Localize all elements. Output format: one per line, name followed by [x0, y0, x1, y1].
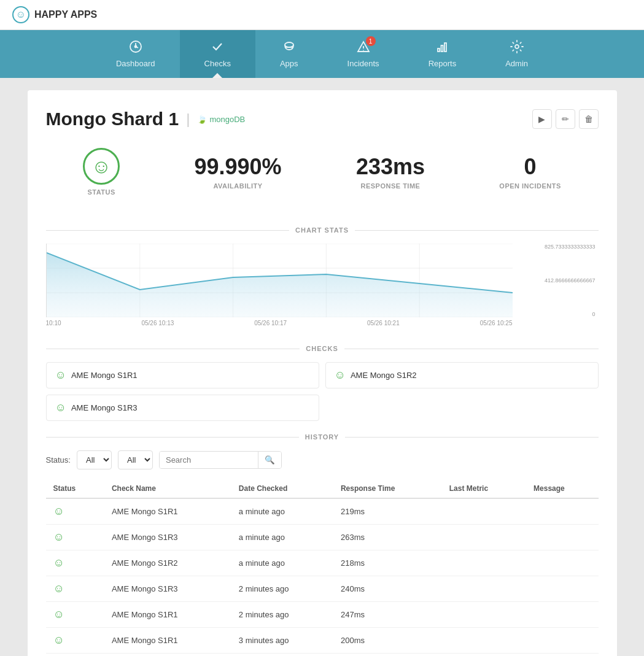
- history-line-left: [46, 437, 299, 438]
- delete-button[interactable]: 🗑: [579, 109, 599, 129]
- row-message-2: [526, 550, 598, 576]
- row-metric-2: [442, 550, 526, 576]
- stat-response-time: 233ms RESPONSE TIME: [356, 154, 425, 190]
- row-check-name-5: AME Mongo S1R1: [104, 628, 231, 654]
- row-metric-4: [442, 602, 526, 628]
- row-date-3: 2 minutes ago: [231, 576, 333, 602]
- nav-item-checks[interactable]: Checks: [180, 30, 255, 78]
- row-response-0: 219ms: [333, 498, 442, 525]
- th-date-checked: Date Checked: [231, 479, 333, 498]
- row-status-2: ☺: [46, 550, 104, 576]
- row-smiley-5: ☺: [53, 634, 64, 646]
- status-filter-label: Status:: [46, 455, 71, 465]
- th-status: Status: [46, 479, 104, 498]
- table-row: ☺ AME Mongo S1R1 2 minutes ago 247ms: [46, 602, 599, 628]
- y-label-bottom: 0: [545, 311, 596, 317]
- section-line-left: [46, 230, 290, 231]
- th-response-time: Response Time: [333, 479, 442, 498]
- section-line-right: [355, 230, 599, 231]
- y-label-mid: 412.8666666666667: [545, 277, 596, 284]
- th-last-metric: Last Metric: [442, 479, 526, 498]
- check-name-s1r2: AME Mongo S1R2: [351, 371, 417, 380]
- check-name-s1r3: AME Mongo S1R3: [71, 403, 138, 412]
- play-button[interactable]: ▶: [532, 109, 552, 129]
- chart-wrapper: 825.7333333333333 412.8666666666667 0 10…: [46, 244, 599, 326]
- row-date-0: a minute ago: [231, 498, 333, 525]
- check-smiley-s1r1: ☺: [55, 369, 66, 382]
- edit-button[interactable]: ✏: [556, 109, 575, 129]
- nav-item-reports[interactable]: Reports: [404, 30, 481, 78]
- page-title-area: Mongo Shard 1 | 🍃 mongoDB: [46, 109, 246, 129]
- row-response-5: 200ms: [333, 628, 442, 654]
- chart-section-title: CHART STATS: [295, 226, 349, 234]
- table-header-row: Status Check Name Date Checked Response …: [46, 479, 599, 498]
- x-label-0: 10:10: [46, 320, 61, 326]
- top-bar: ☺ HAPPY APPS: [0, 0, 644, 30]
- svg-rect-9: [444, 43, 446, 52]
- chart-container: CHART STATS: [46, 226, 599, 326]
- check-filter-select[interactable]: All: [118, 450, 153, 469]
- page-header: Mongo Shard 1 | 🍃 mongoDB ▶ ✏ 🗑: [46, 109, 599, 129]
- table-row: ☺ AME Mongo S1R1 a minute ago 219ms: [46, 498, 599, 525]
- stat-status: ☺ STATUS: [83, 148, 120, 196]
- x-label-4: 05/26 10:25: [480, 320, 513, 326]
- check-smiley-s1r3: ☺: [55, 401, 66, 414]
- search-input[interactable]: [160, 452, 258, 468]
- row-check-name-2: AME Mongo S1R2: [104, 550, 231, 576]
- response-time-value: 233ms: [356, 154, 425, 180]
- logo: ☺ HAPPY APPS: [12, 6, 97, 23]
- app-name: HAPPY APPS: [34, 9, 97, 20]
- row-check-name-4: AME Mongo S1R1: [104, 602, 231, 628]
- search-button[interactable]: 🔍: [258, 452, 281, 468]
- reports-icon: [435, 40, 449, 56]
- nav-label-dashboard: Dashboard: [116, 59, 155, 68]
- status-filter-select[interactable]: All: [77, 450, 112, 469]
- history-tbody: ☺ AME Mongo S1R1 a minute ago 219ms ☺ AM…: [46, 498, 599, 656]
- nav-label-incidents: Incidents: [347, 59, 379, 68]
- status-icon: ☺: [83, 148, 120, 185]
- check-item-s1r3[interactable]: ☺ AME Mongo S1R3: [46, 395, 319, 421]
- nav-item-incidents[interactable]: 1 Incidents: [323, 30, 404, 78]
- row-smiley-3: ☺: [53, 582, 64, 595]
- nav-label-reports: Reports: [429, 59, 457, 68]
- th-message: Message: [526, 479, 598, 498]
- open-incidents-label: OPEN INCIDENTS: [499, 182, 561, 190]
- history-section-title: HISTORY: [305, 433, 339, 441]
- history-section: HISTORY Status: All All 🔍 S: [46, 433, 599, 656]
- row-date-6: 3 minutes ago: [231, 654, 333, 657]
- table-header: Status Check Name Date Checked Response …: [46, 479, 599, 498]
- row-status-5: ☺: [46, 628, 104, 654]
- nav-item-dashboard[interactable]: Dashboard: [91, 30, 180, 78]
- table-row: ☺ AME Mongo S1R2 a minute ago 218ms: [46, 550, 599, 576]
- incidents-badge: 1: [366, 36, 376, 46]
- chart-section-header: CHART STATS: [46, 226, 599, 234]
- row-message-4: [526, 602, 598, 628]
- nav-label-admin: Admin: [505, 59, 528, 68]
- row-date-1: a minute ago: [231, 525, 333, 550]
- row-response-1: 263ms: [333, 525, 442, 550]
- x-label-3: 05/26 10:21: [367, 320, 400, 326]
- status-smiley-icon: ☺: [91, 155, 112, 178]
- svg-point-2: [285, 42, 293, 47]
- apps-icon: [282, 40, 296, 56]
- check-item-s1r2[interactable]: ☺ AME Mongo S1R2: [325, 362, 599, 388]
- check-item-s1r1[interactable]: ☺ AME Mongo S1R1: [46, 362, 319, 388]
- search-wrap: 🔍: [159, 451, 282, 469]
- nav-item-admin[interactable]: Admin: [481, 30, 553, 78]
- stats-row: ☺ STATUS 99.990% AVAILABILITY 233ms RESP…: [46, 148, 599, 208]
- row-smiley-0: ☺: [53, 505, 64, 517]
- title-divider: |: [186, 110, 190, 128]
- row-date-5: 3 minutes ago: [231, 628, 333, 654]
- row-message-3: [526, 576, 598, 602]
- chart-svg: [47, 244, 513, 317]
- dashboard-icon: [129, 40, 142, 56]
- leaf-icon: 🍃: [197, 115, 207, 124]
- nav-item-apps[interactable]: Apps: [255, 30, 323, 78]
- row-status-1: ☺: [46, 525, 104, 550]
- checks-section-header: CHECKS: [46, 345, 599, 352]
- nav-label-checks: Checks: [204, 59, 231, 68]
- checks-section-title: CHECKS: [306, 345, 338, 352]
- checks-line-right: [344, 349, 599, 349]
- action-buttons: ▶ ✏ 🗑: [532, 109, 599, 129]
- open-incidents-value: 0: [499, 154, 561, 180]
